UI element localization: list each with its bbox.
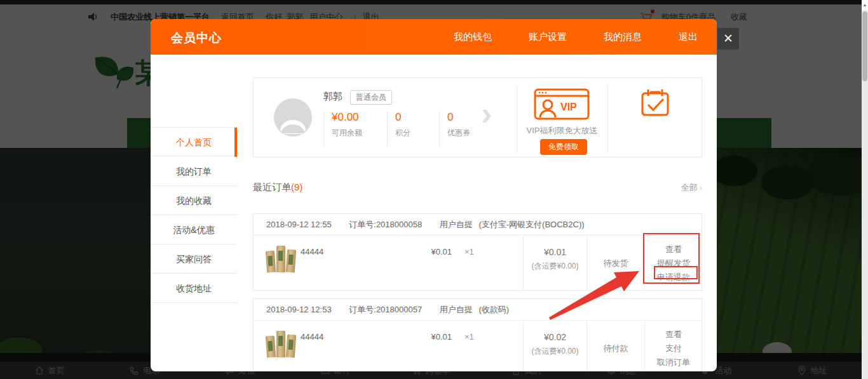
panel-divider (517, 84, 517, 152)
order-body: 44444 ¥0.01 ×1 ¥0.01 (含运费¥0.00) 待发货 查看 提… (254, 236, 702, 291)
action-request-refund[interactable]: 申请退款 (657, 272, 690, 283)
chevron-right-icon[interactable]: › (481, 95, 492, 133)
order-total: ¥0.02 (524, 332, 587, 342)
modal-header: 会员中心 我的钱包 账户设置 我的消息 退出 (151, 19, 717, 55)
scrollbar-track[interactable]: ▲ (862, 0, 868, 379)
order-total-cell: ¥0.02 (含运费¥0.00) (523, 321, 587, 371)
sidebar-item-my-favorites[interactable]: 我的收藏 (151, 186, 237, 215)
member-center-modal: 会员中心 我的钱包 账户设置 我的消息 退出 个人首页 我的订单 我的收藏 活动… (151, 19, 717, 371)
product-price: ¥0.01 (414, 247, 452, 256)
product-quantity: ×1 (465, 332, 474, 342)
order-number: 订单号:2018000057 (349, 305, 422, 314)
product-thumbnail[interactable] (266, 243, 297, 272)
sidebar-item-shipping-address[interactable]: 收货地址 (151, 274, 237, 303)
order-delivery: 用户自提 (440, 220, 473, 229)
panel-divider (607, 84, 608, 152)
view-all-link[interactable]: 全部› (681, 182, 702, 194)
user-name: 郭郭 (323, 91, 342, 103)
scrollbar-thumb[interactable] (862, 11, 867, 81)
recent-orders-count: (9) (291, 182, 302, 192)
points-label: 积分 (395, 128, 439, 138)
nav-my-messages[interactable]: 我的消息 (604, 31, 642, 43)
action-cancel-order[interactable]: 取消订单 (657, 357, 690, 368)
order-freight: (含运费¥0.00) (524, 346, 587, 357)
order-card: 2018-09-12 12:55 订单号:2018000058 用户自提 (支付… (253, 213, 702, 291)
nav-my-wallet[interactable]: 我的钱包 (454, 31, 492, 43)
action-view[interactable]: 查看 (665, 244, 682, 255)
modal-close-button[interactable]: ✕ (717, 28, 739, 50)
sidebar-item-buyer-qa[interactable]: 买家问答 (151, 244, 237, 274)
sidebar-item-personal-home[interactable]: 个人首页 (151, 127, 237, 156)
stat-points[interactable]: 0 积分 (387, 111, 439, 147)
account-summary-panel: 郭郭 普通会员 ¥0.00 可用余额 0 积分 0 优惠券 › (253, 77, 702, 157)
points-value: 0 (395, 111, 439, 124)
modal-title: 会员中心 (171, 30, 222, 46)
chevron-right-icon: › (700, 183, 702, 192)
order-datetime: 2018-09-12 12:53 (266, 305, 332, 314)
order-actions-cell: 查看 支付 取消订单 (644, 321, 702, 371)
order-payment: (收款码) (478, 305, 509, 314)
modal-nav: 我的钱包 账户设置 我的消息 退出 (454, 19, 698, 55)
balance-label: 可用余额 (332, 128, 387, 138)
recent-orders-title: 最近订单 (253, 182, 291, 192)
product-quantity: ×1 (465, 247, 474, 256)
product-name[interactable]: 44444 (301, 247, 323, 256)
scrollbar-up-arrow[interactable]: ▲ (862, 0, 868, 10)
order-status: 待发货 (587, 236, 644, 291)
nav-logout[interactable]: 退出 (679, 31, 698, 43)
order-header: 2018-09-12 12:53 订单号:2018000057 用户自提 (收款… (254, 299, 702, 321)
order-status: 待付款 (587, 321, 644, 371)
action-pay[interactable]: 支付 (665, 343, 682, 354)
avatar (274, 98, 312, 136)
vip-benefit-text: VIP福利限免大放送 (517, 125, 607, 136)
order-card: 2018-09-12 12:53 订单号:2018000057 用户自提 (收款… (253, 298, 702, 371)
order-payment: (支付宝-网银支付(BOCB2C)) (478, 220, 584, 229)
product-name[interactable]: 44444 (301, 332, 323, 342)
product-price: ¥0.01 (414, 332, 452, 342)
order-datetime: 2018-09-12 12:55 (266, 220, 332, 229)
order-delivery: 用户自提 (440, 305, 473, 314)
product-thumbnail[interactable] (266, 328, 297, 357)
calendar-check-icon[interactable] (641, 88, 670, 120)
stat-balance[interactable]: ¥0.00 可用余额 (323, 111, 387, 147)
balance-value: ¥0.00 (332, 111, 387, 124)
member-level-badge: 普通会员 (350, 90, 392, 105)
order-total-cell: ¥0.01 (含运费¥0.00) (523, 236, 587, 291)
svg-text:VIP: VIP (560, 102, 577, 112)
order-total: ¥0.01 (524, 247, 587, 257)
sidebar-item-my-orders[interactable]: 我的订单 (151, 157, 237, 186)
screen: 中国农业线上营销第一平台 返回首页 你好, 郭郭 用户中心 | 退出 购物车0件… (0, 0, 868, 379)
order-header: 2018-09-12 12:55 订单号:2018000058 用户自提 (支付… (254, 214, 702, 236)
order-number: 订单号:2018000058 (349, 220, 422, 229)
action-view[interactable]: 查看 (665, 329, 682, 340)
order-freight: (含运费¥0.00) (524, 261, 587, 272)
free-claim-button[interactable]: 免费领取 (540, 139, 587, 155)
action-remind-shipment[interactable]: 提醒发货 (657, 258, 690, 269)
recent-orders-header: 最近订单(9) 全部› (253, 182, 702, 196)
nav-account-settings[interactable]: 账户设置 (529, 31, 567, 43)
order-body: 44444 ¥0.01 ×1 ¥0.02 (含运费¥0.00) 待付款 查看 支… (254, 321, 702, 371)
vip-benefit-icon: VIP (534, 87, 590, 123)
order-actions-cell: 查看 提醒发货 申请退款 (644, 236, 702, 291)
sidebar-item-activities[interactable]: 活动&优惠 (151, 215, 237, 244)
